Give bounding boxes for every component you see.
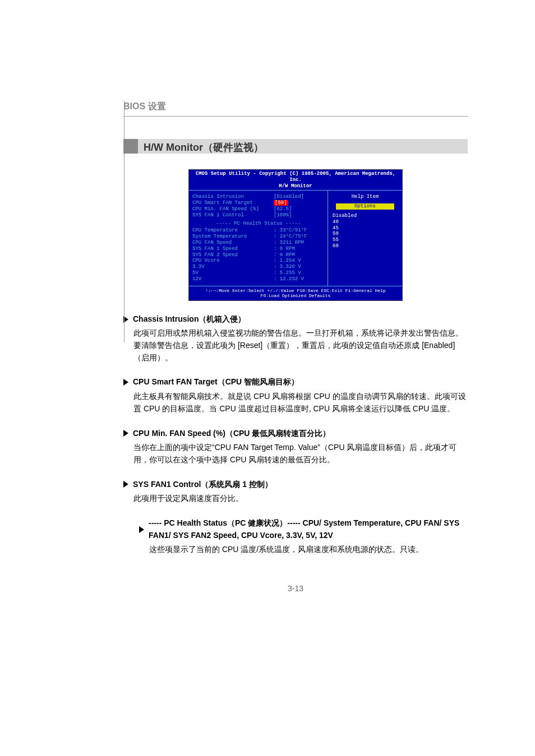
bios-health-value: : 0 RPM [274,246,324,252]
bios-health-value: : 5.255 V [274,270,324,276]
left-vertical-rule [124,101,124,342]
bios-health-row: SYS FAN 1 Speed: 0 RPM [192,246,324,252]
item-heading: ----- PC Health Status（PC 健康状况）----- CPU… [139,517,468,541]
bios-option: 60 [333,243,399,249]
section-title-text: H/W Monitor（硬件监视） [144,141,264,154]
bios-health-value: : 1.264 V [274,258,324,264]
item-description: 此主板具有智能风扇技术。就是说 CPU 风扇将根据 CPU 的温度自动调节风扇的… [133,391,468,415]
triangle-bullet-icon [123,379,128,386]
item-heading: Chassis Intrusion（机箱入侵） [123,313,468,326]
bios-health-label: SYS FAN 1 Speed [192,246,274,252]
bios-option: 45 [333,225,399,231]
bios-options-header: Options [336,203,394,210]
bios-help-title: Help Item [331,194,399,200]
document-body: Chassis Intrusion（机箱入侵）此项可启用或禁用机箱入侵监视功能的… [123,313,468,556]
item-title: ----- PC Health Status（PC 健康状况）----- CPU… [149,517,468,541]
item-title: Chassis Intrusion（机箱入侵） [133,313,246,326]
bios-health-value: : 3211 RPM [274,240,324,246]
item-description: 此项可启用或禁用机箱入侵监视功能的警告信息。一旦打开机箱，系统将记录并发出警告信… [133,327,468,364]
bios-row-value: [50] [274,200,324,206]
triangle-bullet-icon [123,481,128,488]
bios-row-value: [Disabled] [274,194,324,200]
bios-health-row: CPU Vcore: 1.264 V [192,258,324,264]
bios-screenshot: CMOS Setup Utility - Copyright (C) 1985-… [188,169,403,301]
bios-header: CMOS Setup Utility - Copyright (C) 1985-… [189,170,402,191]
bios-option: 40 [333,219,399,225]
bios-health-row: SYS FAN 2 Speed: 0 RPM [192,252,324,258]
chapter-header: BIOS 设置 MS-7519 主板 [123,101,468,117]
item-heading: CPU Min. FAN Speed (%)（CPU 最低风扇转速百分比） [123,428,468,440]
triangle-bullet-icon [123,430,128,437]
item-title: CPU Min. FAN Speed (%)（CPU 最低风扇转速百分比） [133,428,330,440]
bios-config-row: Chassis Intrusion[Disabled] [192,194,324,200]
bios-health-label: SYS FAN 2 Speed [192,252,274,258]
bios-footer-line2: F6:Load Optimized Defaults [191,293,400,299]
item-description: 当你在上面的项中设定“CPU FAN Target Temp. Value”（C… [133,442,468,466]
chapter-label: BIOS 设置 [123,101,166,113]
bios-header-line1: CMOS Setup Utility - Copyright (C) 1985-… [191,171,400,183]
bios-health-value: : 33°C/91°F [274,228,324,234]
bios-row-label: CPU Smart FAN Target [192,200,274,206]
bios-health-label: System Temperature [192,234,274,240]
triangle-bullet-icon [139,526,144,533]
bios-health-value: : 24°C/75°F [274,234,324,240]
bios-right-panel: Help Item Options Disabled4045505560 [328,191,402,285]
item-heading: SYS FAN1 Control（系统风扇 1 控制） [123,479,468,491]
item-title: SYS FAN1 Control（系统风扇 1 控制） [133,479,273,491]
bios-row-label: SYS FAN 1 Control [192,212,274,219]
bios-health-row: 5V: 5.255 V [192,270,324,276]
bios-row-value: [100%] [274,212,324,219]
bios-config-row: CPU Smart FAN Target[50] [192,200,324,206]
bios-config-row: SYS FAN 1 Control[100%] [192,212,324,219]
bios-health-label: CPU FAN Speed [192,240,274,246]
bios-health-label: 12V [192,276,274,282]
bios-header-line2: H/W Monitor [191,183,400,189]
item-description: 此项用于设定风扇速度百分比。 [133,493,468,505]
section-title-accent [123,139,138,154]
bios-health-row: CPU FAN Speed: 3211 RPM [192,240,324,246]
item-description: 这些项显示了当前的 CPU 温度/系统温度，风扇速度和系统电源的状态。只读。 [149,544,468,556]
bios-health-row: CPU Temperature: 33°C/91°F [192,228,324,234]
bios-row-value: [62.5] [274,206,324,212]
bios-left-panel: Chassis Intrusion[Disabled]CPU Smart FAN… [189,191,328,285]
section-title: H/W Monitor（硬件监视） [123,139,468,156]
bios-option: 55 [333,237,399,243]
bios-health-value: : 3.320 V [274,264,324,270]
item-heading: CPU Smart FAN Target（CPU 智能风扇目标） [123,376,468,388]
bios-health-label: 5V [192,270,274,276]
bios-health-value: : 0 RPM [274,252,324,258]
bios-health-value: : 12.232 V [274,276,324,282]
bios-health-section-title: ----- PC Health Status ----- [192,221,324,227]
bios-health-row: 12V: 12.232 V [192,276,324,282]
bios-health-label: CPU Vcore [192,258,274,264]
bios-health-row: 3.3V: 3.320 V [192,264,324,270]
bios-health-label: 3.3V [192,264,274,270]
bios-footer: ↑↓←→:Move Enter:Select +/-/:Value F10:Sa… [189,286,402,300]
bios-option: Disabled [333,213,399,219]
bios-footer-line1: ↑↓←→:Move Enter:Select +/-/:Value F10:Sa… [191,288,400,294]
bios-config-row: CPU Min. FAN Speed (%)[62.5] [192,206,324,212]
item-title: CPU Smart FAN Target（CPU 智能风扇目标） [133,376,299,388]
bios-option: 50 [333,231,399,237]
bios-health-label: CPU Temperature [192,228,274,234]
bios-health-row: System Temperature: 24°C/75°F [192,234,324,240]
bios-row-label: Chassis Intrusion [192,194,274,200]
bottom-page-number: 3-13 [123,584,468,593]
bios-row-label: CPU Min. FAN Speed (%) [192,206,274,212]
